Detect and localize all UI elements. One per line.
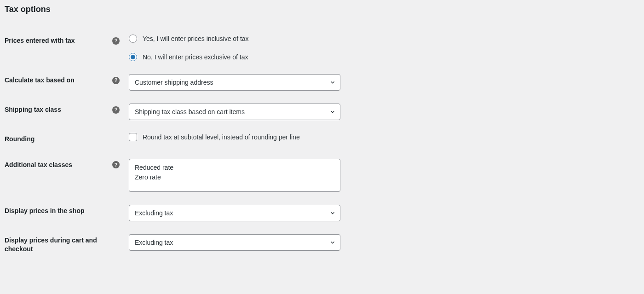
checkbox-rounding[interactable]: Round tax at subtotal level, instead of … <box>129 133 639 141</box>
label-additional-tax-classes: Additional tax classes <box>5 161 72 170</box>
radio-prices-inclusive[interactable]: Yes, I will enter prices inclusive of ta… <box>129 35 639 43</box>
help-icon[interactable]: ? <box>112 77 120 84</box>
tax-options-page: Tax options Prices entered with tax ? Ye… <box>0 0 644 294</box>
label-calc-based-on: Calculate tax based on <box>5 76 75 85</box>
select-value: Excluding tax <box>135 209 173 217</box>
select-value: Shipping tax class based on cart items <box>135 108 245 115</box>
select-display-shop[interactable]: Excluding tax <box>129 205 340 221</box>
checkbox-icon <box>129 133 137 141</box>
radio-label: Yes, I will enter prices inclusive of ta… <box>143 35 249 42</box>
section-title: Tax options <box>5 5 639 14</box>
help-icon[interactable]: ? <box>112 37 120 45</box>
label-rounding: Rounding <box>5 135 34 144</box>
checkbox-label: Round tax at subtotal level, instead of … <box>143 133 300 141</box>
select-display-cart[interactable]: Excluding tax <box>129 234 340 251</box>
select-value: Customer shipping address <box>135 79 213 86</box>
radio-prices-exclusive[interactable]: No, I will enter prices exclusive of tax <box>129 53 639 61</box>
settings-form-table: Prices entered with tax ? Yes, I will en… <box>5 28 639 262</box>
radio-label: No, I will enter prices exclusive of tax <box>143 53 248 61</box>
label-display-shop: Display prices in the shop <box>5 207 85 216</box>
label-shipping-tax-class: Shipping tax class <box>5 105 61 115</box>
help-icon[interactable]: ? <box>112 161 120 168</box>
select-value: Excluding tax <box>135 239 173 246</box>
select-calc-based-on[interactable]: Customer shipping address <box>129 74 340 91</box>
label-display-cart: Display prices during cart and checkout <box>5 236 120 254</box>
prices-entered-radio-group: Yes, I will enter prices inclusive of ta… <box>129 35 639 61</box>
radio-icon <box>129 35 137 43</box>
label-prices-entered: Prices entered with tax <box>5 36 75 46</box>
textarea-additional-tax-classes[interactable]: Reduced rate Zero rate <box>129 159 340 192</box>
radio-icon <box>129 53 137 61</box>
select-shipping-tax-class[interactable]: Shipping tax class based on cart items <box>129 104 340 120</box>
help-icon[interactable]: ? <box>112 106 120 114</box>
